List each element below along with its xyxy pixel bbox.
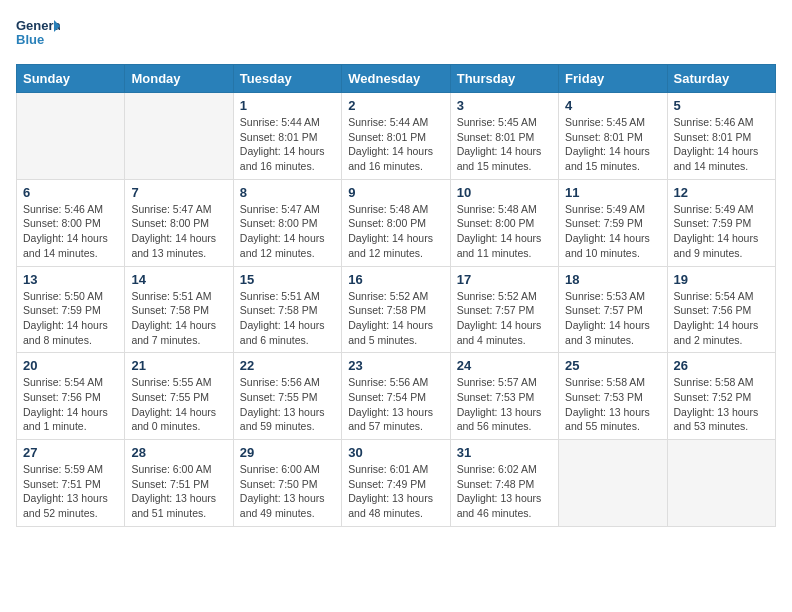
calendar-day-cell: 29Sunrise: 6:00 AM Sunset: 7:50 PM Dayli…	[233, 440, 341, 527]
calendar-day-cell: 30Sunrise: 6:01 AM Sunset: 7:49 PM Dayli…	[342, 440, 450, 527]
day-info: Sunrise: 5:45 AM Sunset: 8:01 PM Dayligh…	[457, 115, 552, 174]
day-number: 23	[348, 358, 443, 373]
day-info: Sunrise: 5:53 AM Sunset: 7:57 PM Dayligh…	[565, 289, 660, 348]
calendar-day-cell	[17, 93, 125, 180]
weekday-header: Saturday	[667, 65, 775, 93]
day-info: Sunrise: 5:56 AM Sunset: 7:55 PM Dayligh…	[240, 375, 335, 434]
logo-svg: General Blue	[16, 16, 60, 52]
svg-text:Blue: Blue	[16, 32, 44, 47]
day-info: Sunrise: 5:46 AM Sunset: 8:00 PM Dayligh…	[23, 202, 118, 261]
day-number: 11	[565, 185, 660, 200]
day-number: 22	[240, 358, 335, 373]
calendar-day-cell: 6Sunrise: 5:46 AM Sunset: 8:00 PM Daylig…	[17, 179, 125, 266]
calendar-day-cell: 18Sunrise: 5:53 AM Sunset: 7:57 PM Dayli…	[559, 266, 667, 353]
day-info: Sunrise: 5:44 AM Sunset: 8:01 PM Dayligh…	[348, 115, 443, 174]
day-info: Sunrise: 5:55 AM Sunset: 7:55 PM Dayligh…	[131, 375, 226, 434]
calendar-week-row: 1Sunrise: 5:44 AM Sunset: 8:01 PM Daylig…	[17, 93, 776, 180]
day-number: 15	[240, 272, 335, 287]
day-number: 9	[348, 185, 443, 200]
calendar-day-cell: 1Sunrise: 5:44 AM Sunset: 8:01 PM Daylig…	[233, 93, 341, 180]
calendar-day-cell	[667, 440, 775, 527]
day-number: 19	[674, 272, 769, 287]
calendar-week-row: 20Sunrise: 5:54 AM Sunset: 7:56 PM Dayli…	[17, 353, 776, 440]
calendar-day-cell: 26Sunrise: 5:58 AM Sunset: 7:52 PM Dayli…	[667, 353, 775, 440]
day-number: 4	[565, 98, 660, 113]
calendar-day-cell: 4Sunrise: 5:45 AM Sunset: 8:01 PM Daylig…	[559, 93, 667, 180]
day-info: Sunrise: 5:49 AM Sunset: 7:59 PM Dayligh…	[565, 202, 660, 261]
calendar-table: SundayMondayTuesdayWednesdayThursdayFrid…	[16, 64, 776, 527]
day-number: 18	[565, 272, 660, 287]
day-info: Sunrise: 5:46 AM Sunset: 8:01 PM Dayligh…	[674, 115, 769, 174]
day-number: 27	[23, 445, 118, 460]
day-number: 20	[23, 358, 118, 373]
day-number: 31	[457, 445, 552, 460]
day-info: Sunrise: 5:47 AM Sunset: 8:00 PM Dayligh…	[131, 202, 226, 261]
calendar-day-cell: 20Sunrise: 5:54 AM Sunset: 7:56 PM Dayli…	[17, 353, 125, 440]
day-info: Sunrise: 5:48 AM Sunset: 8:00 PM Dayligh…	[457, 202, 552, 261]
day-number: 30	[348, 445, 443, 460]
day-info: Sunrise: 5:47 AM Sunset: 8:00 PM Dayligh…	[240, 202, 335, 261]
calendar-day-cell: 22Sunrise: 5:56 AM Sunset: 7:55 PM Dayli…	[233, 353, 341, 440]
day-info: Sunrise: 5:52 AM Sunset: 7:58 PM Dayligh…	[348, 289, 443, 348]
day-number: 3	[457, 98, 552, 113]
calendar-day-cell: 17Sunrise: 5:52 AM Sunset: 7:57 PM Dayli…	[450, 266, 558, 353]
calendar-week-row: 27Sunrise: 5:59 AM Sunset: 7:51 PM Dayli…	[17, 440, 776, 527]
calendar-day-cell: 28Sunrise: 6:00 AM Sunset: 7:51 PM Dayli…	[125, 440, 233, 527]
calendar-day-cell: 23Sunrise: 5:56 AM Sunset: 7:54 PM Dayli…	[342, 353, 450, 440]
weekday-header-row: SundayMondayTuesdayWednesdayThursdayFrid…	[17, 65, 776, 93]
day-info: Sunrise: 5:45 AM Sunset: 8:01 PM Dayligh…	[565, 115, 660, 174]
calendar-day-cell: 13Sunrise: 5:50 AM Sunset: 7:59 PM Dayli…	[17, 266, 125, 353]
calendar-day-cell: 21Sunrise: 5:55 AM Sunset: 7:55 PM Dayli…	[125, 353, 233, 440]
day-number: 26	[674, 358, 769, 373]
day-info: Sunrise: 5:44 AM Sunset: 8:01 PM Dayligh…	[240, 115, 335, 174]
day-number: 8	[240, 185, 335, 200]
day-info: Sunrise: 5:58 AM Sunset: 7:53 PM Dayligh…	[565, 375, 660, 434]
day-number: 7	[131, 185, 226, 200]
calendar-day-cell: 2Sunrise: 5:44 AM Sunset: 8:01 PM Daylig…	[342, 93, 450, 180]
calendar-week-row: 6Sunrise: 5:46 AM Sunset: 8:00 PM Daylig…	[17, 179, 776, 266]
calendar-day-cell: 15Sunrise: 5:51 AM Sunset: 7:58 PM Dayli…	[233, 266, 341, 353]
day-number: 29	[240, 445, 335, 460]
day-number: 16	[348, 272, 443, 287]
day-info: Sunrise: 5:51 AM Sunset: 7:58 PM Dayligh…	[131, 289, 226, 348]
weekday-header: Tuesday	[233, 65, 341, 93]
day-info: Sunrise: 5:56 AM Sunset: 7:54 PM Dayligh…	[348, 375, 443, 434]
day-number: 1	[240, 98, 335, 113]
day-info: Sunrise: 5:54 AM Sunset: 7:56 PM Dayligh…	[23, 375, 118, 434]
day-info: Sunrise: 5:54 AM Sunset: 7:56 PM Dayligh…	[674, 289, 769, 348]
day-number: 12	[674, 185, 769, 200]
calendar-day-cell: 14Sunrise: 5:51 AM Sunset: 7:58 PM Dayli…	[125, 266, 233, 353]
day-info: Sunrise: 6:00 AM Sunset: 7:51 PM Dayligh…	[131, 462, 226, 521]
day-info: Sunrise: 5:50 AM Sunset: 7:59 PM Dayligh…	[23, 289, 118, 348]
day-info: Sunrise: 6:01 AM Sunset: 7:49 PM Dayligh…	[348, 462, 443, 521]
calendar-day-cell: 31Sunrise: 6:02 AM Sunset: 7:48 PM Dayli…	[450, 440, 558, 527]
day-number: 5	[674, 98, 769, 113]
day-info: Sunrise: 6:00 AM Sunset: 7:50 PM Dayligh…	[240, 462, 335, 521]
weekday-header: Friday	[559, 65, 667, 93]
calendar-week-row: 13Sunrise: 5:50 AM Sunset: 7:59 PM Dayli…	[17, 266, 776, 353]
calendar-day-cell: 25Sunrise: 5:58 AM Sunset: 7:53 PM Dayli…	[559, 353, 667, 440]
day-number: 25	[565, 358, 660, 373]
weekday-header: Wednesday	[342, 65, 450, 93]
calendar-day-cell: 5Sunrise: 5:46 AM Sunset: 8:01 PM Daylig…	[667, 93, 775, 180]
logo: General Blue	[16, 16, 60, 52]
page-header: General Blue	[16, 16, 776, 52]
calendar-day-cell: 24Sunrise: 5:57 AM Sunset: 7:53 PM Dayli…	[450, 353, 558, 440]
calendar-day-cell: 19Sunrise: 5:54 AM Sunset: 7:56 PM Dayli…	[667, 266, 775, 353]
calendar-day-cell: 3Sunrise: 5:45 AM Sunset: 8:01 PM Daylig…	[450, 93, 558, 180]
day-info: Sunrise: 5:59 AM Sunset: 7:51 PM Dayligh…	[23, 462, 118, 521]
weekday-header: Thursday	[450, 65, 558, 93]
day-number: 14	[131, 272, 226, 287]
day-info: Sunrise: 5:58 AM Sunset: 7:52 PM Dayligh…	[674, 375, 769, 434]
calendar-day-cell: 12Sunrise: 5:49 AM Sunset: 7:59 PM Dayli…	[667, 179, 775, 266]
day-number: 17	[457, 272, 552, 287]
day-number: 28	[131, 445, 226, 460]
day-number: 24	[457, 358, 552, 373]
day-info: Sunrise: 6:02 AM Sunset: 7:48 PM Dayligh…	[457, 462, 552, 521]
day-number: 21	[131, 358, 226, 373]
day-number: 6	[23, 185, 118, 200]
calendar-day-cell: 9Sunrise: 5:48 AM Sunset: 8:00 PM Daylig…	[342, 179, 450, 266]
calendar-day-cell	[559, 440, 667, 527]
day-info: Sunrise: 5:57 AM Sunset: 7:53 PM Dayligh…	[457, 375, 552, 434]
calendar-day-cell: 8Sunrise: 5:47 AM Sunset: 8:00 PM Daylig…	[233, 179, 341, 266]
